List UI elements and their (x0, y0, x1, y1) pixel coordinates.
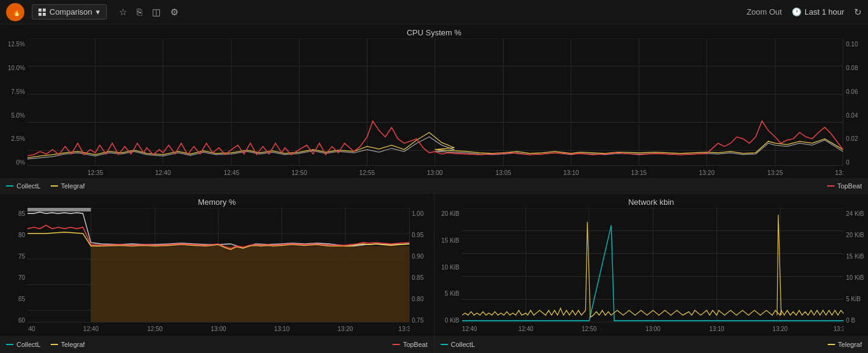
net-telegraf-color (828, 344, 835, 345)
memory-chart-canvas: 12:40 12:40 12:50 13:00 13:10 13:20 13:3… (27, 208, 410, 336)
mem-legend-telegraf: Telegraf (51, 341, 85, 348)
svg-text:13:20: 13:20 (338, 324, 353, 332)
network-chart-body: 20 KiB 15 KiB 10 KiB 5 KiB 0 KiB (435, 208, 869, 336)
mem-legend-topbeat: TopBeat (392, 341, 427, 348)
memory-chart-title: Memory % (0, 194, 434, 208)
svg-text:12:35: 12:35 (87, 169, 103, 176)
settings-icon[interactable]: ⚙ (170, 7, 178, 18)
save-icon[interactable]: ◫ (152, 7, 161, 18)
svg-text:12:40: 12:40 (155, 169, 171, 176)
svg-text:13:00: 13:00 (427, 169, 443, 176)
svg-text:13:00: 13:00 (211, 324, 226, 332)
svg-text:13:20: 13:20 (699, 169, 715, 176)
memory-chart-body: 85 80 75 70 65 60 (0, 208, 434, 336)
memory-chart-legend: CollectL Telegraf TopBeat (0, 336, 434, 353)
mem-telegraf-label: Telegraf (61, 341, 85, 348)
cpu-y-axis-left: 12.5% 10.0% 7.5% 5.0% 2.5% 0% (0, 38, 27, 178)
svg-text:13:10: 13:10 (563, 169, 579, 176)
telegraf-color (51, 185, 58, 187)
network-chart-legend: CollectL Telegraf (435, 336, 869, 353)
refresh-button[interactable]: ↻ (854, 7, 862, 18)
svg-text:12:50: 12:50 (291, 169, 307, 176)
topbeat-label: TopBeat (837, 182, 862, 190)
net-telegraf-label: Telegraf (838, 341, 862, 348)
svg-text:12:45: 12:45 (223, 169, 239, 176)
svg-marker-44 (27, 234, 410, 322)
dashboard-selector[interactable]: Comparison ▾ (32, 4, 107, 20)
svg-text:13:25: 13:25 (767, 169, 783, 176)
svg-text:12:55: 12:55 (360, 169, 375, 176)
network-chart: Network kbin 20 KiB 15 KiB 10 KiB 5 KiB … (435, 194, 869, 353)
grid-icon (38, 9, 46, 16)
collectL-color (6, 185, 13, 187)
memory-chart: Memory % 85 80 75 70 65 60 (0, 194, 435, 353)
mem-collectL-label: CollectL (16, 341, 41, 348)
mem-topbeat-color (392, 344, 400, 345)
network-y-axis-left: 20 KiB 15 KiB 10 KiB 5 KiB 0 KiB (435, 208, 462, 336)
svg-text:13:10: 13:10 (274, 324, 289, 332)
cpu-chart-canvas: 12:35 12:40 12:45 12:50 12:55 13:00 13:0… (27, 38, 844, 178)
mem-legend-collectL: CollectL (6, 341, 41, 348)
app-logo: 🔥 (6, 3, 24, 21)
net-legend-collectL: CollectL (441, 341, 476, 348)
cpu-y-axis-right: 0.10 0.08 0.06 0.04 0.02 0 (844, 38, 868, 178)
topbar: 🔥 Comparison ▾ ☆ ⎘ ◫ ⚙ Zoom Out 🕐 Last 1… (0, 0, 868, 24)
svg-text:12:40: 12:40 (518, 324, 533, 332)
svg-text:🔥: 🔥 (12, 7, 21, 16)
network-y-axis-right: 24 KiB 20 KiB 15 KiB 10 KiB 5 KiB 0 B (844, 208, 868, 336)
cpu-chart: CPU System % 12.5% 10.0% 7.5% 5.0% 2.5% … (0, 24, 868, 194)
mem-telegraf-color (51, 344, 58, 345)
legend-topbeat: TopBeat (827, 182, 862, 190)
svg-text:12:50: 12:50 (147, 324, 162, 332)
time-range-selector[interactable]: 🕐 Last 1 hour (792, 7, 844, 16)
legend-telegraf: Telegraf (51, 182, 85, 190)
topbeat-color (827, 185, 834, 187)
svg-text:13:00: 13:00 (645, 324, 660, 332)
bottom-row: Memory % 85 80 75 70 65 60 (0, 194, 868, 353)
time-controls: Zoom Out 🕐 Last 1 hour ↻ (747, 7, 862, 18)
svg-text:12:50: 12:50 (581, 324, 596, 332)
svg-text:13:20: 13:20 (772, 324, 787, 332)
net-collectL-color (441, 344, 448, 345)
svg-text:13:30: 13:30 (835, 169, 844, 176)
svg-text:13:10: 13:10 (709, 324, 725, 332)
svg-text:12:40: 12:40 (83, 324, 98, 332)
cpu-chart-title: CPU System % (0, 24, 868, 38)
cpu-chart-legend: CollectL Telegraf TopBeat (0, 178, 868, 193)
time-range-label: Last 1 hour (805, 7, 844, 16)
star-icon[interactable]: ☆ (119, 7, 127, 18)
net-legend-telegraf: Telegraf (828, 341, 862, 348)
telegraf-label: Telegraf (61, 182, 85, 190)
clock-icon: 🕐 (792, 7, 801, 16)
svg-marker-45 (27, 208, 91, 212)
cpu-chart-body: 12.5% 10.0% 7.5% 5.0% 2.5% 0% (0, 38, 868, 178)
mem-collectL-color (6, 344, 13, 345)
collectL-label: CollectL (16, 182, 41, 190)
svg-text:12:40: 12:40 (27, 324, 35, 332)
svg-text:13:30: 13:30 (833, 324, 844, 332)
charts-area: CPU System % 12.5% 10.0% 7.5% 5.0% 2.5% … (0, 24, 868, 353)
dashboard-label: Comparison (49, 7, 92, 16)
chevron-down-icon: ▾ (96, 7, 100, 16)
svg-text:13:30: 13:30 (399, 324, 410, 332)
zoom-out-button[interactable]: Zoom Out (747, 7, 782, 16)
svg-text:13:15: 13:15 (631, 169, 647, 176)
toolbar-icons: ☆ ⎘ ◫ ⚙ (119, 7, 178, 18)
svg-text:13:05: 13:05 (496, 169, 512, 176)
net-collectL-label: CollectL (451, 341, 476, 348)
svg-text:12:40: 12:40 (462, 324, 477, 332)
network-chart-title: Network kbin (435, 194, 869, 208)
network-chart-canvas: 12:40 12:40 12:50 13:00 13:10 13:20 13:3… (462, 208, 844, 336)
legend-collectL: CollectL (6, 182, 41, 190)
mem-topbeat-label: TopBeat (403, 341, 427, 348)
share-icon[interactable]: ⎘ (137, 7, 142, 18)
memory-y-axis-left: 85 80 75 70 65 60 (0, 208, 27, 336)
memory-y-axis-right: 1.00 0.95 0.90 0.85 0.80 0.75 (410, 208, 434, 336)
